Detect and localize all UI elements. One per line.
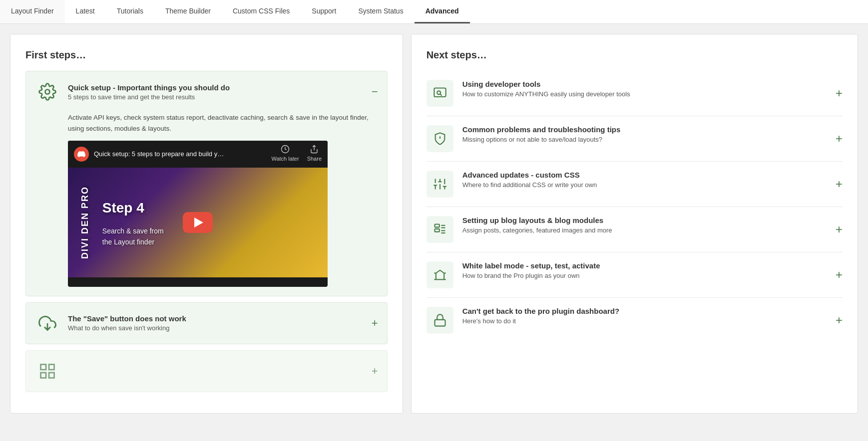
lock-icon <box>427 307 453 334</box>
accordion-body-quick-setup: Activate API keys, check system status r… <box>26 112 387 296</box>
quick-setup-subtitle: 5 steps to save time and get the best re… <box>68 93 366 101</box>
tab-bar: Layout FinderLatestTutorialsTheme Builde… <box>0 0 868 24</box>
video-container[interactable]: Quick setup: 5 steps to prepare and buil… <box>68 141 328 287</box>
main-content: First steps… Quick setup - Important thi… <box>0 24 868 424</box>
blog-grid-icon <box>427 216 453 243</box>
tab-support[interactable]: Support <box>301 0 347 23</box>
accordion-item-finding-layouts: + <box>25 350 388 392</box>
accordion-text-save: The "Save" button does not work What to … <box>68 314 366 332</box>
grid-icon <box>35 359 60 384</box>
save-button-toggle[interactable]: + <box>372 318 378 329</box>
search-window-icon <box>427 80 453 107</box>
tab-layout-finder[interactable]: Layout Finder <box>0 0 65 23</box>
common-problems-text: Common problems and troubleshooting tips… <box>462 125 830 143</box>
video-title: Quick setup: 5 steps to prepare and buil… <box>94 149 271 160</box>
advanced-css-toggle[interactable]: + <box>836 178 843 190</box>
accordion-text-quick-setup: Quick setup - Important things you shoul… <box>68 83 366 101</box>
svg-point-10 <box>437 91 440 94</box>
common-problems-title: Common problems and troubleshooting tips <box>462 125 830 134</box>
svg-rect-8 <box>434 88 445 97</box>
white-label-title: White label mode - setup, test, activate <box>462 261 830 270</box>
gear-icon <box>35 79 60 104</box>
video-actions: Watch later Share <box>271 145 322 164</box>
tab-tutorials[interactable]: Tutorials <box>106 0 154 23</box>
developer-tools-subtitle: How to customize ANYTHING easily using d… <box>462 90 830 98</box>
advanced-css-title: Advanced updates - custom CSS <box>462 171 830 179</box>
common-problems-toggle[interactable]: + <box>836 133 843 145</box>
advanced-css-subtitle: Where to find additional CSS or write yo… <box>462 181 830 189</box>
white-label-text: White label mode - setup, test, activate… <box>462 261 830 279</box>
developer-tools-toggle[interactable]: + <box>836 87 843 99</box>
quick-setup-body-text: Activate API keys, check system status r… <box>68 112 378 134</box>
white-label-subtitle: How to brand the Pro plugin as your own <box>462 272 830 279</box>
quick-setup-title: Quick setup - Important things you shoul… <box>68 83 366 92</box>
blog-layouts-subtitle: Assign posts, categories, featured image… <box>462 226 830 234</box>
left-panel-title: First steps… <box>25 49 388 61</box>
common-problems-subtitle: Missing options or not able to save/load… <box>462 136 830 143</box>
next-item-dashboard-back[interactable]: Can't get back to the pro plugin dashboa… <box>427 298 843 343</box>
tab-latest[interactable]: Latest <box>65 0 106 23</box>
watch-later-label: Watch later <box>271 155 299 164</box>
svg-rect-5 <box>49 364 54 370</box>
tab-theme-builder[interactable]: Theme Builder <box>154 0 222 23</box>
quick-setup-toggle[interactable]: − <box>372 86 378 97</box>
sliders-icon <box>427 171 453 198</box>
save-button-title: The "Save" button does not work <box>68 314 366 323</box>
watch-later-btn[interactable]: Watch later <box>271 145 299 164</box>
next-item-advanced-css[interactable]: Advanced updates - custom CSS Where to f… <box>427 162 843 207</box>
blog-layouts-text: Setting up blog layouts & blog modules A… <box>462 216 830 234</box>
svg-rect-6 <box>49 373 54 378</box>
right-panel-title: Next steps… <box>427 49 843 61</box>
crown-icon <box>427 261 453 288</box>
svg-rect-23 <box>434 224 439 227</box>
blog-layouts-toggle[interactable]: + <box>836 223 843 235</box>
tab-custom-css-files[interactable]: Custom CSS Files <box>222 0 301 23</box>
accordion-header-quick-setup[interactable]: Quick setup - Important things you shoul… <box>26 71 387 112</box>
white-label-toggle[interactable]: + <box>836 269 843 281</box>
tab-system-status[interactable]: System Status <box>347 0 414 23</box>
accordion-header-finding[interactable]: + <box>26 351 387 392</box>
advanced-css-text: Advanced updates - custom CSS Where to f… <box>462 171 830 189</box>
svg-point-0 <box>45 90 50 94</box>
next-item-blog-layouts[interactable]: Setting up blog layouts & blog modules A… <box>427 207 843 252</box>
shield-alert-icon <box>427 125 453 152</box>
developer-tools-title: Using developer tools <box>462 80 830 88</box>
next-item-developer-tools[interactable]: Using developer tools How to customize A… <box>427 71 843 116</box>
download-cloud-icon <box>35 311 60 336</box>
dashboard-back-subtitle: Here's how to do it <box>462 317 830 325</box>
video-thumbnail[interactable]: DIVI DEN PRO Step 4 Search & save fromth… <box>68 168 328 277</box>
accordion-item-quick-setup: Quick setup - Important things you shoul… <box>25 71 388 296</box>
save-button-subtitle: What to do when save isn't working <box>68 324 366 332</box>
right-panel: Next steps… Using developer tools How to… <box>411 34 858 414</box>
svg-rect-30 <box>434 320 445 326</box>
next-item-white-label[interactable]: White label mode - setup, test, activate… <box>427 252 843 298</box>
video-channel-icon <box>74 147 89 162</box>
dashboard-back-text: Can't get back to the pro plugin dashboa… <box>462 307 830 325</box>
accordion-header-save-button[interactable]: The "Save" button does not work What to … <box>26 303 387 344</box>
finding-toggle[interactable]: + <box>372 366 378 377</box>
share-btn[interactable]: Share <box>307 145 322 164</box>
channel-label: DIVI DEN PRO <box>78 186 92 259</box>
svg-rect-24 <box>434 229 439 232</box>
dashboard-back-title: Can't get back to the pro plugin dashboa… <box>462 307 830 315</box>
left-panel: First steps… Quick setup - Important thi… <box>10 34 403 414</box>
tab-advanced[interactable]: Advanced <box>415 0 470 23</box>
video-top-bar: Quick setup: 5 steps to prepare and buil… <box>68 141 328 168</box>
accordion-item-save-button: The "Save" button does not work What to … <box>25 302 388 344</box>
svg-rect-7 <box>41 373 46 378</box>
svg-rect-4 <box>41 364 46 370</box>
dashboard-back-toggle[interactable]: + <box>836 314 843 326</box>
developer-tools-text: Using developer tools How to customize A… <box>462 80 830 98</box>
play-button[interactable] <box>183 212 213 233</box>
share-label: Share <box>307 155 322 164</box>
accordion-text-finding <box>68 370 366 372</box>
blog-layouts-title: Setting up blog layouts & blog modules <box>462 216 830 224</box>
next-item-common-problems[interactable]: Common problems and troubleshooting tips… <box>427 116 843 162</box>
svg-line-11 <box>440 94 441 96</box>
